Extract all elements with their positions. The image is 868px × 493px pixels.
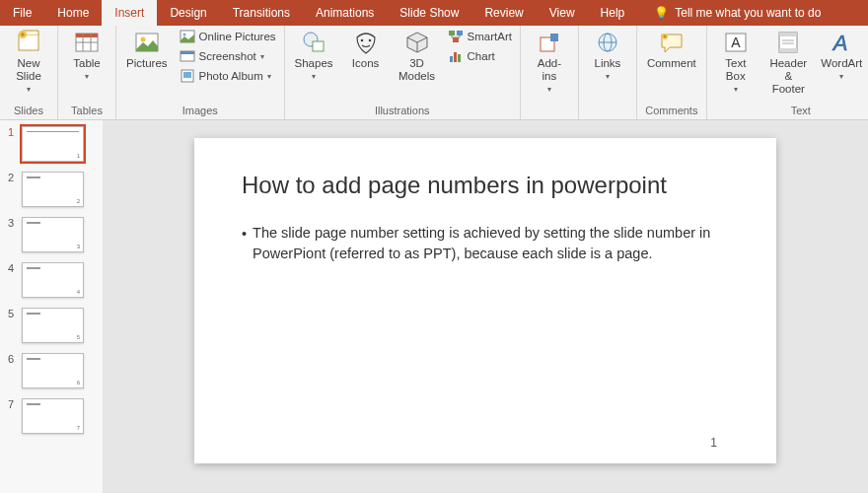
main-area: 11223344556677 How to add page numbers i… — [0, 120, 868, 493]
screenshot-button[interactable]: Screenshot ▾ — [178, 47, 278, 65]
group-illustrations: Shapes ▾ Icons 3D Models SmartArt Chart — [285, 26, 521, 119]
group-images: Pictures Online Pictures Screenshot ▾ Ph… — [116, 26, 285, 119]
tab-help[interactable]: Help — [588, 0, 638, 26]
svg-text:A: A — [731, 35, 741, 50]
thumbnail-number: 3 — [8, 217, 18, 229]
group-label-text: Text — [713, 103, 868, 119]
group-comments: Comment Comments — [637, 26, 707, 119]
tell-me-label: Tell me what you want to do — [675, 6, 821, 20]
thumbnail-number: 1 — [8, 126, 18, 138]
wordart-button[interactable]: A WordArt ▾ — [819, 28, 865, 83]
tab-transitions[interactable]: Transitions — [220, 0, 303, 26]
pictures-button[interactable]: Pictures — [122, 28, 172, 72]
thumbnail-number: 2 — [8, 172, 18, 183]
svg-rect-23 — [454, 52, 457, 62]
online-pictures-button[interactable]: Online Pictures — [178, 28, 278, 45]
thumbnail-number: 5 — [8, 308, 18, 319]
thumbnail-preview: 1 — [22, 126, 84, 162]
addins-icon — [537, 30, 562, 55]
header-footer-icon — [775, 30, 801, 55]
svg-point-10 — [182, 34, 185, 36]
icons-label: Icons — [352, 57, 380, 70]
chevron-down-icon: ▾ — [85, 72, 89, 81]
slide-title[interactable]: How to add page numbers in powerpoint — [242, 172, 729, 199]
slide-canvas[interactable]: How to add page numbers in powerpoint • … — [194, 138, 776, 463]
group-label-images: Images — [122, 103, 278, 119]
online-pictures-icon — [180, 29, 195, 44]
group-label-comments: Comments — [643, 103, 700, 119]
addins-button[interactable]: Add- ins ▾ — [527, 28, 572, 97]
links-button[interactable]: Links ▾ — [585, 28, 630, 83]
svg-text:A: A — [832, 31, 848, 55]
chevron-down-icon: ▾ — [839, 72, 843, 81]
icons-icon — [353, 30, 379, 55]
svg-rect-26 — [550, 34, 558, 41]
tab-view[interactable]: View — [537, 0, 588, 26]
thumbnail-slide-2[interactable]: 22 — [8, 172, 99, 207]
chevron-down-icon: ▾ — [260, 52, 264, 61]
group-tables: Table ▾ Tables — [58, 26, 116, 119]
photo-album-icon — [180, 68, 195, 84]
shapes-button[interactable]: Shapes ▾ — [291, 28, 337, 83]
smartart-button[interactable]: SmartArt — [446, 28, 514, 45]
3d-models-button[interactable]: 3D Models — [395, 28, 440, 85]
tab-home[interactable]: Home — [44, 0, 102, 26]
thumbnail-slide-4[interactable]: 44 — [8, 262, 99, 298]
chart-button[interactable]: Chart — [446, 47, 514, 65]
svg-rect-21 — [453, 37, 459, 42]
tab-slideshow[interactable]: Slide Show — [387, 0, 471, 26]
new-slide-label: New Slide — [16, 57, 41, 83]
new-slide-button[interactable]: New Slide ▾ — [6, 28, 51, 97]
chart-label: Chart — [468, 50, 495, 62]
thumbnail-preview: 5 — [22, 308, 84, 343]
shapes-icon — [301, 30, 326, 55]
comment-label: Comment — [647, 57, 696, 70]
comment-button[interactable]: Comment — [643, 28, 700, 72]
wordart-icon: A — [829, 30, 854, 55]
textbox-icon: A — [723, 30, 749, 55]
tab-review[interactable]: Review — [471, 0, 536, 26]
chevron-down-icon: ▾ — [734, 85, 738, 94]
table-icon — [74, 30, 100, 55]
table-button[interactable]: Table ▾ — [64, 28, 109, 83]
slide-bullet[interactable]: • The slide page number setting is achie… — [242, 223, 729, 264]
slide-thumbnails-panel[interactable]: 11223344556677 — [0, 120, 103, 493]
slide-editor[interactable]: How to add page numbers in powerpoint • … — [103, 120, 868, 493]
group-slides: New Slide ▾ Slides — [0, 26, 58, 119]
pictures-icon — [134, 30, 160, 55]
svg-point-18 — [368, 39, 371, 42]
tell-me-search[interactable]: 💡 Tell me what you want to do — [641, 0, 833, 26]
chevron-down-icon: ▾ — [547, 85, 551, 94]
svg-rect-16 — [313, 41, 324, 51]
group-label-illustrations: Illustrations — [291, 103, 514, 119]
wordart-label: WordArt — [821, 57, 862, 70]
chart-icon — [448, 48, 464, 64]
chevron-down-icon: ▾ — [267, 72, 271, 81]
shapes-label: Shapes — [295, 57, 333, 70]
header-footer-button[interactable]: Header & Footer — [764, 28, 813, 99]
thumbnail-slide-1[interactable]: 11 — [8, 126, 99, 162]
thumbnail-number: 6 — [8, 353, 18, 365]
svg-point-8 — [140, 37, 145, 42]
textbox-button[interactable]: A Text Box ▾ — [713, 28, 759, 97]
photo-album-button[interactable]: Photo Album ▾ — [178, 67, 278, 85]
thumbnail-slide-6[interactable]: 66 — [8, 353, 99, 388]
tab-design[interactable]: Design — [157, 0, 219, 26]
group-links: Links ▾ — [579, 26, 637, 119]
thumbnail-slide-5[interactable]: 55 — [8, 308, 99, 343]
chevron-down-icon: ▾ — [606, 72, 610, 81]
chevron-down-icon: ▾ — [312, 72, 316, 81]
links-label: Links — [594, 57, 620, 70]
tab-insert[interactable]: Insert — [102, 0, 157, 26]
thumbnail-slide-7[interactable]: 77 — [8, 398, 99, 434]
group-label-links — [585, 114, 630, 119]
thumbnail-slide-3[interactable]: 33 — [8, 217, 99, 252]
tab-file[interactable]: File — [0, 0, 44, 26]
new-slide-icon — [16, 30, 41, 55]
tab-animations[interactable]: Animations — [303, 0, 387, 26]
svg-rect-22 — [450, 56, 453, 62]
3d-models-label: 3D Models — [398, 57, 435, 83]
icons-button[interactable]: Icons — [343, 28, 389, 72]
slide-page-number: 1 — [710, 436, 717, 450]
thumbnail-number: 7 — [8, 398, 18, 410]
